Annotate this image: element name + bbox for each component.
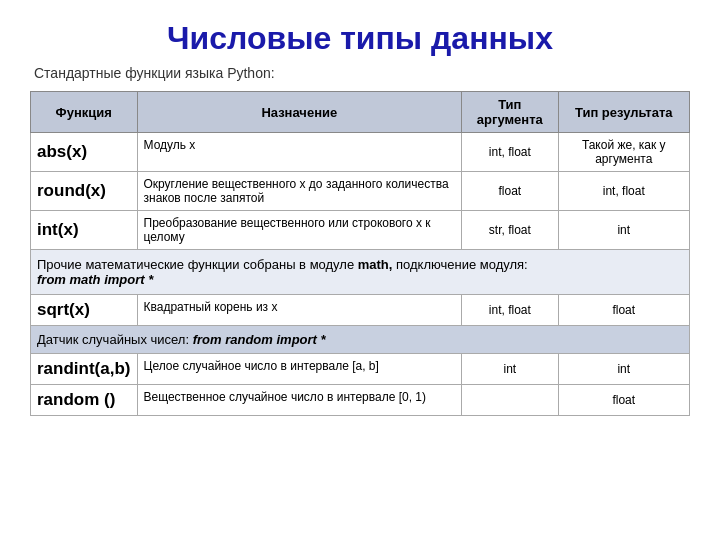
- func-cell: int(x): [31, 211, 138, 250]
- result-type-cell: int, float: [558, 172, 689, 211]
- func-cell: random (): [31, 385, 138, 416]
- arg-type-cell: int, float: [462, 295, 558, 326]
- desc-cell: Квадратный корень из x: [137, 295, 462, 326]
- table-row: random ()Вещественное случайное число в …: [31, 385, 690, 416]
- func-cell: round(x): [31, 172, 138, 211]
- random-import-row: Датчик случайных чисел: from random impo…: [31, 326, 690, 354]
- func-cell: abs(x): [31, 133, 138, 172]
- result-type-cell: int: [558, 354, 689, 385]
- func-cell: sqrt(x): [31, 295, 138, 326]
- table-row: randint(a,b)Целое случайное число в инте…: [31, 354, 690, 385]
- col-header-arg: Тип аргумента: [462, 92, 558, 133]
- arg-type-cell: int: [462, 354, 558, 385]
- data-table: Функция Назначение Тип аргумента Тип рез…: [30, 91, 690, 416]
- col-header-desc: Назначение: [137, 92, 462, 133]
- desc-cell: Преобразование вещественного или строков…: [137, 211, 462, 250]
- result-type-cell: int: [558, 211, 689, 250]
- span-row-random: Датчик случайных чисел: from random impo…: [31, 326, 690, 354]
- desc-cell: Целое случайное число в интервале [a, b]: [137, 354, 462, 385]
- table-row: round(x)Округление вещественного x до за…: [31, 172, 690, 211]
- desc-cell: Округление вещественного x до заданного …: [137, 172, 462, 211]
- col-header-func: Функция: [31, 92, 138, 133]
- table-row: int(x)Преобразование вещественного или с…: [31, 211, 690, 250]
- page-title: Числовые типы данных: [30, 20, 690, 57]
- arg-type-cell: int, float: [462, 133, 558, 172]
- result-type-cell: Такой же, как у аргумента: [558, 133, 689, 172]
- desc-cell: Вещественное случайное число в интервале…: [137, 385, 462, 416]
- table-row: sqrt(x)Квадратный корень из xint, floatf…: [31, 295, 690, 326]
- subtitle: Стандартные функции языка Python:: [30, 65, 690, 81]
- math-import-row: Прочие математические функции собраны в …: [31, 250, 690, 295]
- arg-type-cell: [462, 385, 558, 416]
- func-cell: randint(a,b): [31, 354, 138, 385]
- arg-type-cell: float: [462, 172, 558, 211]
- table-row: abs(x)Модуль xint, floatТакой же, как у …: [31, 133, 690, 172]
- result-type-cell: float: [558, 385, 689, 416]
- span-row-math: Прочие математические функции собраны в …: [31, 250, 690, 295]
- desc-cell: Модуль x: [137, 133, 462, 172]
- col-header-result: Тип результата: [558, 92, 689, 133]
- result-type-cell: float: [558, 295, 689, 326]
- arg-type-cell: str, float: [462, 211, 558, 250]
